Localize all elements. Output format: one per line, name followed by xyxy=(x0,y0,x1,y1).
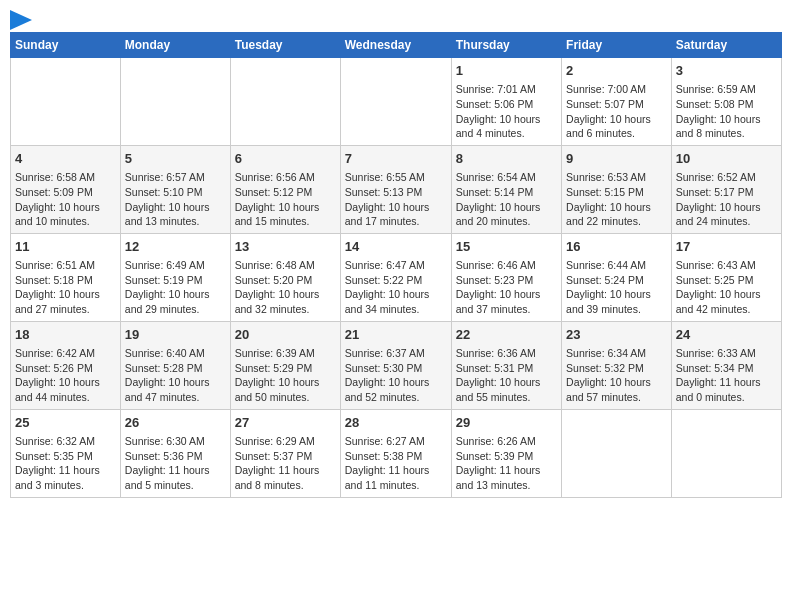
day-number: 14 xyxy=(345,238,447,256)
calendar-week-5: 25Sunrise: 6:32 AM Sunset: 5:35 PM Dayli… xyxy=(11,409,782,497)
calendar-cell: 5Sunrise: 6:57 AM Sunset: 5:10 PM Daylig… xyxy=(120,145,230,233)
day-info: Sunrise: 6:54 AM Sunset: 5:14 PM Dayligh… xyxy=(456,170,557,229)
day-number: 22 xyxy=(456,326,557,344)
calendar-cell: 1Sunrise: 7:01 AM Sunset: 5:06 PM Daylig… xyxy=(451,58,561,146)
day-info: Sunrise: 6:52 AM Sunset: 5:17 PM Dayligh… xyxy=(676,170,777,229)
calendar-cell: 3Sunrise: 6:59 AM Sunset: 5:08 PM Daylig… xyxy=(671,58,781,146)
day-info: Sunrise: 6:47 AM Sunset: 5:22 PM Dayligh… xyxy=(345,258,447,317)
header-sunday: Sunday xyxy=(11,33,121,58)
logo-arrow-icon xyxy=(10,10,32,30)
logo xyxy=(10,10,32,26)
day-info: Sunrise: 6:55 AM Sunset: 5:13 PM Dayligh… xyxy=(345,170,447,229)
day-number: 6 xyxy=(235,150,336,168)
page-header xyxy=(10,10,782,26)
calendar-cell: 20Sunrise: 6:39 AM Sunset: 5:29 PM Dayli… xyxy=(230,321,340,409)
calendar-cell xyxy=(120,58,230,146)
day-number: 25 xyxy=(15,414,116,432)
day-number: 2 xyxy=(566,62,667,80)
day-info: Sunrise: 6:49 AM Sunset: 5:19 PM Dayligh… xyxy=(125,258,226,317)
calendar-week-2: 4Sunrise: 6:58 AM Sunset: 5:09 PM Daylig… xyxy=(11,145,782,233)
day-number: 23 xyxy=(566,326,667,344)
day-number: 19 xyxy=(125,326,226,344)
day-number: 1 xyxy=(456,62,557,80)
header-tuesday: Tuesday xyxy=(230,33,340,58)
day-info: Sunrise: 6:32 AM Sunset: 5:35 PM Dayligh… xyxy=(15,434,116,493)
calendar-cell xyxy=(340,58,451,146)
calendar-week-3: 11Sunrise: 6:51 AM Sunset: 5:18 PM Dayli… xyxy=(11,233,782,321)
day-info: Sunrise: 6:44 AM Sunset: 5:24 PM Dayligh… xyxy=(566,258,667,317)
calendar-cell: 23Sunrise: 6:34 AM Sunset: 5:32 PM Dayli… xyxy=(562,321,672,409)
calendar-cell: 24Sunrise: 6:33 AM Sunset: 5:34 PM Dayli… xyxy=(671,321,781,409)
day-info: Sunrise: 6:48 AM Sunset: 5:20 PM Dayligh… xyxy=(235,258,336,317)
calendar-cell: 12Sunrise: 6:49 AM Sunset: 5:19 PM Dayli… xyxy=(120,233,230,321)
calendar-cell: 10Sunrise: 6:52 AM Sunset: 5:17 PM Dayli… xyxy=(671,145,781,233)
day-info: Sunrise: 6:36 AM Sunset: 5:31 PM Dayligh… xyxy=(456,346,557,405)
header-thursday: Thursday xyxy=(451,33,561,58)
calendar-cell: 9Sunrise: 6:53 AM Sunset: 5:15 PM Daylig… xyxy=(562,145,672,233)
calendar-header: Sunday Monday Tuesday Wednesday Thursday… xyxy=(11,33,782,58)
calendar-table: Sunday Monday Tuesday Wednesday Thursday… xyxy=(10,32,782,498)
day-number: 3 xyxy=(676,62,777,80)
day-info: Sunrise: 6:51 AM Sunset: 5:18 PM Dayligh… xyxy=(15,258,116,317)
day-number: 24 xyxy=(676,326,777,344)
day-info: Sunrise: 6:34 AM Sunset: 5:32 PM Dayligh… xyxy=(566,346,667,405)
header-wednesday: Wednesday xyxy=(340,33,451,58)
svg-marker-0 xyxy=(10,10,32,30)
calendar-cell: 17Sunrise: 6:43 AM Sunset: 5:25 PM Dayli… xyxy=(671,233,781,321)
day-info: Sunrise: 6:57 AM Sunset: 5:10 PM Dayligh… xyxy=(125,170,226,229)
day-number: 4 xyxy=(15,150,116,168)
calendar-cell: 13Sunrise: 6:48 AM Sunset: 5:20 PM Dayli… xyxy=(230,233,340,321)
calendar-cell: 28Sunrise: 6:27 AM Sunset: 5:38 PM Dayli… xyxy=(340,409,451,497)
day-info: Sunrise: 6:29 AM Sunset: 5:37 PM Dayligh… xyxy=(235,434,336,493)
day-number: 16 xyxy=(566,238,667,256)
calendar-cell xyxy=(671,409,781,497)
calendar-cell: 2Sunrise: 7:00 AM Sunset: 5:07 PM Daylig… xyxy=(562,58,672,146)
calendar-cell xyxy=(11,58,121,146)
calendar-cell: 25Sunrise: 6:32 AM Sunset: 5:35 PM Dayli… xyxy=(11,409,121,497)
day-info: Sunrise: 7:01 AM Sunset: 5:06 PM Dayligh… xyxy=(456,82,557,141)
day-info: Sunrise: 6:56 AM Sunset: 5:12 PM Dayligh… xyxy=(235,170,336,229)
calendar-cell: 29Sunrise: 6:26 AM Sunset: 5:39 PM Dayli… xyxy=(451,409,561,497)
calendar-cell: 15Sunrise: 6:46 AM Sunset: 5:23 PM Dayli… xyxy=(451,233,561,321)
day-info: Sunrise: 7:00 AM Sunset: 5:07 PM Dayligh… xyxy=(566,82,667,141)
day-number: 13 xyxy=(235,238,336,256)
calendar-cell: 26Sunrise: 6:30 AM Sunset: 5:36 PM Dayli… xyxy=(120,409,230,497)
calendar-cell: 21Sunrise: 6:37 AM Sunset: 5:30 PM Dayli… xyxy=(340,321,451,409)
calendar-cell: 18Sunrise: 6:42 AM Sunset: 5:26 PM Dayli… xyxy=(11,321,121,409)
day-number: 12 xyxy=(125,238,226,256)
day-info: Sunrise: 6:39 AM Sunset: 5:29 PM Dayligh… xyxy=(235,346,336,405)
day-number: 9 xyxy=(566,150,667,168)
day-info: Sunrise: 6:27 AM Sunset: 5:38 PM Dayligh… xyxy=(345,434,447,493)
calendar-cell: 6Sunrise: 6:56 AM Sunset: 5:12 PM Daylig… xyxy=(230,145,340,233)
header-row: Sunday Monday Tuesday Wednesday Thursday… xyxy=(11,33,782,58)
day-number: 10 xyxy=(676,150,777,168)
day-info: Sunrise: 6:33 AM Sunset: 5:34 PM Dayligh… xyxy=(676,346,777,405)
day-info: Sunrise: 6:59 AM Sunset: 5:08 PM Dayligh… xyxy=(676,82,777,141)
calendar-week-1: 1Sunrise: 7:01 AM Sunset: 5:06 PM Daylig… xyxy=(11,58,782,146)
day-info: Sunrise: 6:46 AM Sunset: 5:23 PM Dayligh… xyxy=(456,258,557,317)
day-number: 21 xyxy=(345,326,447,344)
day-info: Sunrise: 6:40 AM Sunset: 5:28 PM Dayligh… xyxy=(125,346,226,405)
calendar-cell: 22Sunrise: 6:36 AM Sunset: 5:31 PM Dayli… xyxy=(451,321,561,409)
day-info: Sunrise: 6:42 AM Sunset: 5:26 PM Dayligh… xyxy=(15,346,116,405)
header-saturday: Saturday xyxy=(671,33,781,58)
calendar-cell: 11Sunrise: 6:51 AM Sunset: 5:18 PM Dayli… xyxy=(11,233,121,321)
day-number: 29 xyxy=(456,414,557,432)
header-friday: Friday xyxy=(562,33,672,58)
calendar-week-4: 18Sunrise: 6:42 AM Sunset: 5:26 PM Dayli… xyxy=(11,321,782,409)
calendar-cell: 4Sunrise: 6:58 AM Sunset: 5:09 PM Daylig… xyxy=(11,145,121,233)
calendar-cell: 16Sunrise: 6:44 AM Sunset: 5:24 PM Dayli… xyxy=(562,233,672,321)
calendar-cell xyxy=(230,58,340,146)
day-number: 17 xyxy=(676,238,777,256)
day-info: Sunrise: 6:43 AM Sunset: 5:25 PM Dayligh… xyxy=(676,258,777,317)
day-number: 8 xyxy=(456,150,557,168)
day-number: 20 xyxy=(235,326,336,344)
day-number: 15 xyxy=(456,238,557,256)
day-info: Sunrise: 6:53 AM Sunset: 5:15 PM Dayligh… xyxy=(566,170,667,229)
day-info: Sunrise: 6:37 AM Sunset: 5:30 PM Dayligh… xyxy=(345,346,447,405)
calendar-cell xyxy=(562,409,672,497)
day-number: 11 xyxy=(15,238,116,256)
calendar-cell: 19Sunrise: 6:40 AM Sunset: 5:28 PM Dayli… xyxy=(120,321,230,409)
day-info: Sunrise: 6:58 AM Sunset: 5:09 PM Dayligh… xyxy=(15,170,116,229)
calendar-cell: 27Sunrise: 6:29 AM Sunset: 5:37 PM Dayli… xyxy=(230,409,340,497)
